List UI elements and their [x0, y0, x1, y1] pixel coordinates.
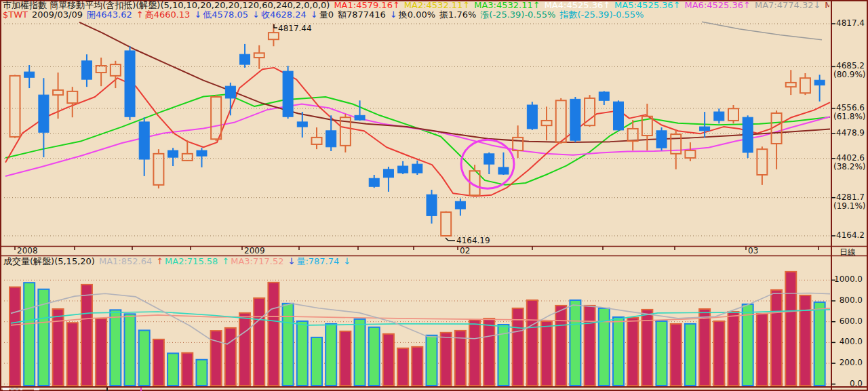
candle[interactable] — [168, 148, 178, 166]
candle[interactable] — [599, 91, 609, 105]
candle[interactable] — [96, 58, 106, 86]
candle[interactable] — [441, 211, 451, 236]
candle[interactable] — [153, 149, 163, 188]
volume-bar[interactable] — [67, 323, 78, 386]
candle[interactable] — [484, 152, 494, 174]
candle[interactable] — [111, 61, 121, 88]
volume-bar[interactable] — [771, 290, 782, 386]
candle[interactable] — [642, 104, 652, 150]
volume-bar[interactable] — [268, 283, 279, 386]
candle[interactable] — [800, 73, 810, 95]
volume-bar[interactable] — [541, 321, 552, 386]
candle[interactable] — [498, 152, 509, 175]
candle[interactable] — [369, 175, 379, 188]
volume-bar[interactable] — [9, 287, 20, 386]
volume-bar[interactable] — [211, 331, 222, 386]
candle[interactable] — [311, 127, 321, 149]
candle[interactable] — [570, 97, 580, 142]
candle[interactable] — [427, 190, 437, 224]
volume-bar[interactable] — [671, 324, 682, 386]
candle[interactable] — [53, 73, 63, 119]
volume-bar[interactable] — [627, 318, 638, 386]
volume-bar[interactable] — [757, 314, 768, 386]
volume-bar[interactable] — [527, 300, 538, 386]
candle[interactable] — [211, 95, 221, 141]
volume-bar[interactable] — [713, 321, 724, 386]
volume-bar[interactable] — [24, 283, 35, 386]
candle[interactable] — [728, 105, 738, 123]
volume-bar[interactable] — [96, 318, 106, 386]
candle[interactable] — [513, 125, 523, 158]
candle[interactable] — [383, 167, 393, 192]
candle[interactable] — [743, 115, 753, 158]
volume-bar[interactable] — [484, 318, 494, 386]
volume-bar[interactable] — [427, 335, 437, 386]
candlestick-chart[interactable] — [0, 0, 868, 391]
candle[interactable] — [240, 44, 250, 68]
candle[interactable] — [556, 98, 566, 144]
candle[interactable] — [398, 161, 408, 174]
candle[interactable] — [197, 148, 207, 167]
volume-bar[interactable] — [326, 324, 336, 386]
volume-bar[interactable] — [196, 360, 207, 386]
volume-bar[interactable] — [656, 321, 667, 386]
candle[interactable] — [685, 142, 695, 161]
volume-bar[interactable] — [81, 285, 92, 386]
candle[interactable] — [757, 146, 767, 185]
volume-bar[interactable] — [340, 331, 351, 386]
candle[interactable] — [714, 108, 724, 123]
candle[interactable] — [455, 199, 465, 215]
candle[interactable] — [139, 117, 149, 176]
candle[interactable] — [24, 65, 35, 88]
volume-bar[interactable] — [297, 321, 308, 386]
volume-bar[interactable] — [685, 324, 696, 386]
volume-bar[interactable] — [613, 317, 624, 386]
volume-bar[interactable] — [728, 312, 739, 386]
volume-bar[interactable] — [225, 328, 236, 386]
volume-bar[interactable] — [283, 304, 294, 386]
volume-bar[interactable] — [441, 333, 452, 386]
candle[interactable] — [182, 140, 193, 161]
volume-bar[interactable] — [125, 314, 136, 386]
volume-bar[interactable] — [599, 308, 610, 386]
candle[interactable] — [656, 127, 667, 150]
volume-bar[interactable] — [800, 295, 810, 386]
candle[interactable] — [10, 75, 20, 138]
volume-bar[interactable] — [355, 319, 366, 386]
candle[interactable] — [340, 114, 351, 152]
volume-bar[interactable] — [153, 339, 164, 386]
candle[interactable] — [786, 70, 796, 95]
volume-bar[interactable] — [167, 353, 178, 386]
volume-bar[interactable] — [585, 306, 595, 386]
volume-bar[interactable] — [469, 320, 480, 386]
candle[interactable] — [283, 66, 293, 119]
volume-bar[interactable] — [182, 353, 193, 386]
candle[interactable] — [613, 100, 623, 131]
candle[interactable] — [125, 46, 135, 120]
candle[interactable] — [67, 87, 77, 117]
volume-bar[interactable] — [311, 337, 322, 386]
volume-bar[interactable] — [383, 334, 394, 386]
volume-bar[interactable] — [814, 302, 825, 386]
volume-bar[interactable] — [369, 327, 380, 386]
volume-bar[interactable] — [397, 348, 408, 386]
candle[interactable] — [225, 83, 235, 115]
candle[interactable] — [297, 112, 307, 138]
volume-bar[interactable] — [455, 331, 466, 386]
volume-bar[interactable] — [110, 310, 121, 386]
candle[interactable] — [39, 78, 49, 157]
volume-bar[interactable] — [239, 313, 250, 386]
candle[interactable] — [355, 100, 365, 121]
volume-bar[interactable] — [412, 347, 422, 386]
volume-bar[interactable] — [743, 304, 753, 386]
candle[interactable] — [814, 75, 825, 101]
volume-bar[interactable] — [555, 306, 566, 386]
candle[interactable] — [81, 54, 92, 87]
volume-bar[interactable] — [139, 330, 150, 386]
candle[interactable] — [527, 102, 537, 130]
candle[interactable] — [542, 106, 552, 140]
candle[interactable] — [254, 45, 264, 69]
candle[interactable] — [772, 110, 782, 169]
volume-bar[interactable] — [699, 309, 710, 386]
volume-bar[interactable] — [254, 298, 264, 386]
